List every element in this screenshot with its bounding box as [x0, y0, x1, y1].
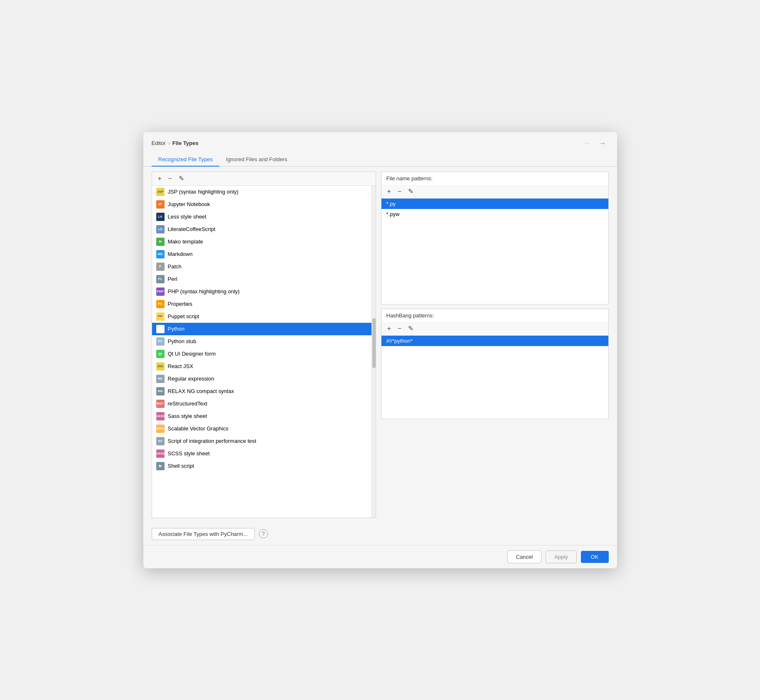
fp-edit-button[interactable]: ✎ [406, 187, 415, 196]
file-type-label: RELAX NG compact syntax [168, 388, 234, 394]
file-type-label: Perl [168, 276, 177, 282]
hb-remove-button[interactable]: − [396, 324, 403, 333]
file-type-icon: SASS [156, 412, 165, 420]
file-type-icon: PL [156, 275, 165, 283]
fp-remove-button[interactable]: − [396, 187, 403, 196]
file-type-icon: RN [156, 387, 165, 395]
list-item[interactable]: SVGScalable Vector Graphics [152, 422, 371, 435]
file-patterns-toolbar: + − ✎ [381, 185, 608, 199]
hashbang-item[interactable]: #!/*python* [381, 336, 608, 346]
left-remove-button[interactable]: − [167, 174, 174, 183]
fp-add-button[interactable]: + [386, 187, 393, 196]
list-item[interactable]: MMako template [152, 236, 371, 248]
file-type-label: Markdown [168, 251, 193, 257]
file-type-label: Patch [168, 263, 182, 270]
list-item[interactable]: SASSSCSS style sheet [152, 447, 371, 460]
hashbang-header: HashBang patterns: [381, 309, 608, 322]
list-item[interactable]: PHPPHP (syntax highlighting only) [152, 285, 371, 298]
file-type-label: Less style sheet [168, 214, 207, 220]
breadcrumb-parent: Editor [152, 140, 166, 146]
file-type-icon: PHP [156, 287, 165, 296]
back-button[interactable]: ← [581, 139, 594, 148]
file-patterns-section: File name patterns: + − ✎ *.py*.pyw [381, 172, 609, 305]
file-type-label: Regular expression [168, 376, 214, 382]
list-item[interactable]: JSXReact JSX [152, 360, 371, 373]
ok-button[interactable]: OK [581, 551, 609, 563]
right-panel: File name patterns: + − ✎ *.py*.pyw Hash… [381, 172, 609, 518]
left-edit-button[interactable]: ✎ [177, 174, 186, 183]
file-type-label: Python stub [168, 338, 197, 344]
file-type-label: Script of integration performance test [168, 438, 256, 444]
list-item[interactable]: JSPJSP (syntax highlighting only) [152, 186, 371, 198]
dialog-footer: Cancel Apply OK [143, 545, 617, 568]
list-item[interactable]: LSLiterateCoffeeScript [152, 223, 371, 236]
hb-add-button[interactable]: + [386, 324, 393, 333]
file-type-label: Scalable Vector Graphics [168, 425, 229, 432]
list-item[interactable]: SCScript of integration performance test [152, 435, 371, 447]
breadcrumb-current: File Types [172, 140, 199, 146]
file-type-label: PHP (syntax highlighting only) [168, 288, 240, 295]
file-type-label: React JSX [168, 363, 193, 369]
list-item[interactable]: IPJupyter Notebook [152, 198, 371, 211]
list-item[interactable]: SASSSass style sheet [152, 410, 371, 422]
left-panel: + − ✎ JSPJSP (syntax highlighting only)I… [152, 172, 376, 518]
hashbang-toolbar: + − ✎ [381, 322, 608, 336]
file-type-label: SCSS style sheet [168, 450, 210, 457]
file-type-icon: SC [156, 437, 165, 445]
cancel-button[interactable]: Cancel [507, 550, 541, 563]
dialog-header: Editor › File Types ← → [143, 132, 617, 148]
hashbang-section: HashBang patterns: + − ✎ #!/*python* [381, 309, 609, 419]
file-type-icon: Qt [156, 350, 165, 358]
left-list: JSPJSP (syntax highlighting only)IPJupyt… [152, 186, 371, 518]
help-icon[interactable]: ? [259, 529, 268, 538]
file-type-icon: PR [156, 300, 165, 308]
file-type-label: Python [168, 326, 184, 332]
list-item[interactable]: PYPython [152, 323, 371, 335]
file-type-icon: JSX [156, 362, 165, 371]
file-type-icon: PY [156, 337, 165, 346]
file-type-icon: P [156, 263, 165, 271]
pattern-item[interactable]: *.py [381, 199, 608, 209]
left-list-scroll: JSPJSP (syntax highlighting only)IPJupyt… [152, 186, 376, 518]
file-type-icon: JSP [156, 188, 165, 196]
list-item[interactable]: ▶Shell script [152, 460, 371, 472]
file-type-icon: SVG [156, 425, 165, 433]
left-scrollbar[interactable] [371, 186, 376, 518]
list-item[interactable]: PYPython stub [152, 335, 371, 348]
apply-button[interactable]: Apply [546, 550, 577, 563]
right-panel-inner: File name patterns: + − ✎ *.py*.pyw Hash… [381, 172, 609, 518]
list-item[interactable]: PRProperties [152, 298, 371, 310]
list-item[interactable]: RERegular expression [152, 373, 371, 385]
file-type-icon: RST [156, 400, 165, 408]
breadcrumb: Editor › File Types [152, 140, 199, 146]
list-item[interactable]: LXLess style sheet [152, 211, 371, 223]
list-item[interactable]: QtQt UI Designer form [152, 348, 371, 360]
list-item[interactable]: PPatch [152, 260, 371, 273]
file-type-label: Mako template [168, 238, 203, 245]
file-type-icon: LX [156, 213, 165, 221]
breadcrumb-separator: › [168, 140, 170, 146]
left-add-button[interactable]: + [156, 174, 163, 183]
file-type-icon: SASS [156, 449, 165, 458]
list-item[interactable]: PLPerl [152, 273, 371, 285]
file-type-icon: PY [156, 325, 165, 333]
file-type-icon: ▶ [156, 462, 165, 470]
list-item[interactable]: RSTreStructuredText [152, 398, 371, 410]
list-item[interactable]: PPPuppet script [152, 310, 371, 323]
hb-edit-button[interactable]: ✎ [406, 324, 415, 333]
file-type-label: Properties [168, 301, 192, 307]
content-area: + − ✎ JSPJSP (syntax highlighting only)I… [143, 167, 617, 523]
file-type-label: Puppet script [168, 313, 199, 319]
forward-button[interactable]: → [596, 139, 609, 148]
tab-ignored[interactable]: Ignored Files and Folders [219, 153, 294, 167]
left-scrollbar-thumb [372, 318, 376, 368]
file-type-label: LiterateCoffeeScript [168, 226, 216, 232]
tab-recognized[interactable]: Recognized File Types [152, 153, 219, 167]
dialog: Editor › File Types ← → Recognized File … [143, 132, 617, 568]
pattern-item[interactable]: *.pyw [381, 209, 608, 219]
assoc-button[interactable]: Associate File Types with PyCharm... [152, 528, 255, 540]
left-toolbar: + − ✎ [152, 172, 376, 186]
file-type-icon: IP [156, 200, 165, 209]
list-item[interactable]: RNRELAX NG compact syntax [152, 385, 371, 398]
list-item[interactable]: MDMarkdown [152, 248, 371, 260]
